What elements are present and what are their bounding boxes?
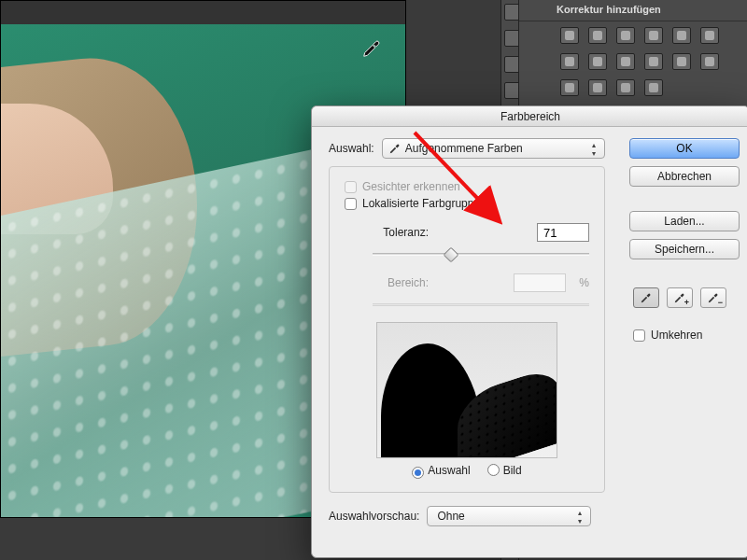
options-group: Gesichter erkennen Lokalisierte Farbgrup… — [329, 166, 605, 493]
eyedropper-tools: + − — [629, 287, 740, 308]
select-popup-value: Aufgenommene Farben — [405, 142, 523, 155]
hue-icon[interactable] — [700, 27, 719, 44]
adjustments-icon-grid — [519, 21, 747, 104]
load-button[interactable]: Laden... — [629, 211, 740, 231]
invert-checkbox[interactable] — [633, 329, 645, 342]
localized-label: Lokalisierte Farbgruppen — [362, 197, 486, 210]
exposure-icon[interactable] — [644, 27, 663, 44]
cancel-button[interactable]: Abbrechen — [629, 166, 740, 187]
detect-faces-checkbox — [345, 181, 357, 193]
levels-icon[interactable] — [588, 27, 607, 44]
save-button[interactable]: Speichern... — [629, 239, 740, 259]
color-range-dialog: Farbbereich Auswahl: Aufgenommene Farben… — [311, 105, 747, 558]
stepper-arrows-icon: ▴▾ — [587, 141, 600, 158]
fuzziness-slider[interactable] — [373, 247, 589, 260]
slider-track — [373, 253, 589, 256]
preview-mode-popup[interactable]: Ohne ▴▾ — [427, 506, 591, 526]
selection-preview[interactable] — [376, 322, 557, 458]
selective-color-icon[interactable] — [644, 79, 663, 96]
radio-image-dot[interactable] — [487, 464, 500, 476]
invert-row[interactable]: Umkehren — [629, 329, 740, 342]
eyedropper-minus-tool[interactable]: − — [700, 287, 726, 308]
select-popup[interactable]: Aufgenommene Farben ▴▾ — [382, 138, 605, 159]
range-slider — [373, 298, 589, 311]
slider-thumb[interactable] — [444, 247, 459, 263]
localized-row[interactable]: Lokalisierte Farbgruppen — [345, 197, 589, 210]
eyedropper-plus-tool[interactable]: + — [667, 287, 693, 308]
preview-mode-label: Auswahlvorschau: — [329, 510, 419, 523]
preview-mode-value: Ohne — [437, 510, 464, 523]
color-balance-icon[interactable] — [560, 53, 579, 70]
vibrance-icon[interactable] — [672, 27, 691, 44]
radio-selection-dot[interactable] — [412, 467, 424, 479]
photo-filter-icon[interactable] — [616, 53, 635, 70]
eyedropper-tool[interactable] — [633, 287, 659, 308]
select-label: Auswahl: — [329, 142, 374, 155]
bw-icon[interactable] — [588, 53, 607, 70]
fuzziness-input[interactable] — [537, 223, 589, 242]
lookup-icon[interactable] — [672, 53, 691, 70]
detect-faces-row: Gesichter erkennen — [345, 180, 589, 193]
radio-selection[interactable]: Auswahl — [412, 464, 470, 479]
dialog-title: Farbbereich — [312, 106, 747, 127]
curves-icon[interactable] — [616, 27, 635, 44]
radio-image[interactable]: Bild — [487, 464, 522, 479]
stepper-arrows-icon: ▴▾ — [573, 509, 586, 525]
channel-mixer-icon[interactable] — [644, 53, 663, 70]
gradient-map-icon[interactable] — [616, 79, 635, 96]
invert-label: Umkehren — [651, 329, 702, 342]
range-input — [514, 273, 566, 292]
localized-checkbox[interactable] — [345, 198, 357, 210]
plus-icon: + — [684, 298, 689, 307]
range-unit: % — [579, 276, 589, 289]
posterize-icon[interactable] — [560, 79, 579, 96]
brightness-icon[interactable] — [560, 27, 579, 44]
dialog-buttons: OK Abbrechen Laden... Speichern... + − U… — [629, 138, 740, 342]
detect-faces-label: Gesichter erkennen — [362, 180, 460, 193]
minus-icon: − — [718, 298, 723, 307]
eyedropper-icon — [388, 142, 402, 155]
ok-button[interactable]: OK — [629, 138, 740, 159]
threshold-icon[interactable] — [588, 79, 607, 96]
eyedropper-cursor-icon — [361, 38, 382, 59]
range-label: Bereich: — [345, 276, 429, 289]
invert-icon[interactable] — [700, 53, 719, 70]
fuzziness-label: Toleranz: — [345, 226, 429, 239]
adjustments-panel-title: Korrektur hinzufügen — [519, 0, 747, 21]
